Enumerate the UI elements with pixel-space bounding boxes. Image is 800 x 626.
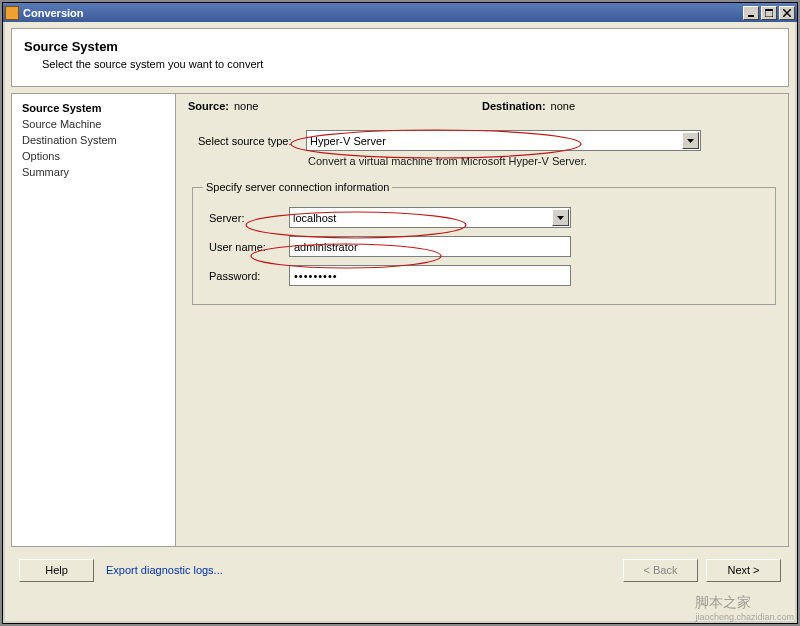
server-label: Server: [209,212,289,224]
app-icon [5,6,19,20]
minimize-button[interactable] [743,6,759,20]
svg-marker-5 [687,139,694,143]
source-type-combobox[interactable]: Hyper-V Server [306,130,701,151]
svg-rect-2 [765,9,773,11]
close-button[interactable] [779,6,795,20]
nav-item-summary[interactable]: Summary [22,164,165,180]
window-title: Conversion [23,7,743,19]
server-combobox[interactable]: localhost [289,207,571,228]
source-type-hint: Convert a virtual machine from Microsoft… [308,155,776,167]
page-title: Source System [24,39,776,54]
connection-group: Specify server connection information Se… [192,181,776,305]
username-label: User name: [209,241,289,253]
titlebar: Conversion [3,3,797,22]
username-field[interactable] [289,236,571,257]
password-label: Password: [209,270,289,282]
server-value: localhost [293,212,336,224]
nav-item-options[interactable]: Options [22,148,165,164]
svg-marker-6 [557,216,564,220]
source-status-label: Source: [188,100,229,112]
status-row: Source: none Destination: none [188,100,776,112]
connection-group-legend: Specify server connection information [203,181,392,193]
wizard-nav: Source System Source Machine Destination… [11,93,176,547]
source-type-label: Select source type: [198,135,306,147]
page-subtitle: Select the source system you want to con… [42,58,776,70]
window-frame: Conversion Source System Select the sour… [2,2,798,624]
next-button[interactable]: Next > [706,559,781,582]
wizard-header: Source System Select the source system y… [11,28,789,87]
svg-rect-0 [748,15,754,17]
export-logs-link[interactable]: Export diagnostic logs... [106,564,223,576]
back-button[interactable]: < Back [623,559,698,582]
destination-status-label: Destination: [482,100,546,112]
chevron-down-icon[interactable] [552,209,569,226]
maximize-button[interactable] [761,6,777,20]
password-field[interactable] [289,265,571,286]
client-area: Source System Select the source system y… [3,22,797,623]
nav-item-destination-system[interactable]: Destination System [22,132,165,148]
nav-item-source-machine[interactable]: Source Machine [22,116,165,132]
wizard-content: Source: none Destination: none Select so… [176,93,789,547]
source-type-value: Hyper-V Server [310,135,386,147]
chevron-down-icon[interactable] [682,132,699,149]
nav-item-source-system[interactable]: Source System [22,100,165,116]
destination-status-value: none [551,100,575,112]
wizard-footer: Help Export diagnostic logs... < Back Ne… [11,553,789,587]
source-status-value: none [234,100,258,112]
help-button[interactable]: Help [19,559,94,582]
